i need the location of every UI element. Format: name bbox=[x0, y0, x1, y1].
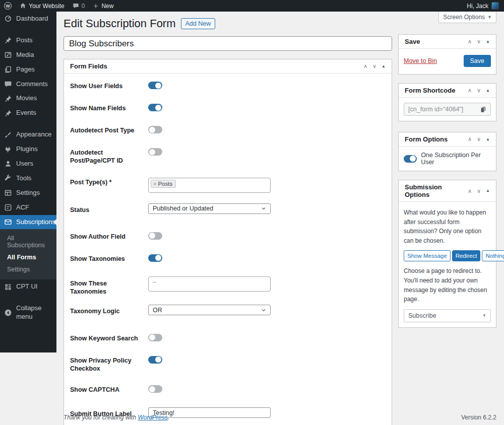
post-type-tag: × Posts bbox=[151, 180, 176, 188]
autodetect-post-type-toggle[interactable] bbox=[148, 126, 162, 133]
move-up-icon[interactable]: ∧ bbox=[468, 39, 472, 44]
submenu-all-forms[interactable]: All Forms bbox=[0, 251, 56, 263]
nothing-button[interactable]: Nothing bbox=[482, 250, 504, 261]
users-icon bbox=[4, 160, 12, 168]
sidebar-item-tools[interactable]: Tools bbox=[0, 171, 56, 186]
tag-label: Posts bbox=[158, 181, 172, 187]
sidebar-item-label: Events bbox=[16, 109, 36, 117]
sidebar-item-appearance[interactable]: Appearance bbox=[0, 127, 56, 142]
settings-icon bbox=[4, 189, 12, 197]
show-taxonomies-toggle[interactable] bbox=[148, 254, 162, 262]
autodetect-post-id-toggle[interactable] bbox=[148, 148, 162, 156]
taxonomy-logic-value: OR bbox=[153, 307, 261, 314]
redirect-page-select[interactable]: Subscribe ▼ bbox=[404, 309, 491, 322]
move-down-icon[interactable]: ∨ bbox=[477, 188, 481, 194]
sidebar-item-label: CPT UI bbox=[16, 282, 37, 291]
admin-footer: Thank you for creating with WordPress. V… bbox=[64, 414, 496, 421]
move-up-icon[interactable]: ∧ bbox=[468, 188, 472, 194]
site-name-label: Your Website bbox=[29, 3, 65, 10]
sidebar-item-movies[interactable]: Movies bbox=[0, 91, 56, 106]
sidebar-item-posts[interactable]: Posts bbox=[0, 33, 56, 48]
add-new-button[interactable]: Add New bbox=[181, 18, 216, 29]
redirect-button[interactable]: Redirect bbox=[452, 250, 481, 261]
wordpress-logo-menu[interactable]: W bbox=[0, 0, 16, 12]
sidebar-item-media[interactable]: Media bbox=[0, 48, 56, 62]
chevron-down-icon bbox=[261, 206, 266, 211]
sidebar-item-label: Plugins bbox=[16, 145, 38, 154]
collapse-panel-icon[interactable]: ▲ bbox=[382, 64, 386, 68]
save-button[interactable]: Save bbox=[464, 55, 491, 67]
field-label: Show Privacy Policy Checkbox bbox=[70, 356, 148, 373]
show-author-field-toggle[interactable] bbox=[148, 232, 162, 240]
field-label: Show Keyword Search bbox=[70, 334, 148, 343]
sidebar-item-cpt-ui[interactable]: CPT UI bbox=[0, 279, 56, 294]
sidebar-item-pages[interactable]: Pages bbox=[0, 62, 56, 77]
form-fields-metabox: Form Fields ∧ ∨ ▲ Show User Fields Show … bbox=[64, 59, 392, 425]
move-to-bin-link[interactable]: Move to Bin bbox=[404, 57, 437, 64]
sidebar-item-dashboard[interactable]: Dashboard bbox=[0, 12, 56, 26]
taxonomy-logic-select[interactable]: OR bbox=[148, 305, 271, 315]
user-avatar[interactable] bbox=[491, 2, 499, 10]
cpt-ui-grid-icon bbox=[4, 283, 12, 291]
field-label: Show These Taxonomies bbox=[70, 276, 148, 296]
show-these-taxonomies-box[interactable]: – bbox=[148, 276, 271, 292]
remove-tag-icon[interactable]: × bbox=[153, 181, 156, 187]
site-name-link[interactable]: Your Website bbox=[16, 0, 69, 12]
wordpress-link[interactable]: WordPress bbox=[138, 414, 167, 421]
subscriptions-envelope-icon bbox=[4, 218, 12, 226]
show-keyword-search-toggle[interactable] bbox=[148, 334, 162, 341]
move-up-icon[interactable]: ∧ bbox=[468, 88, 472, 93]
sidebar-item-label: Users bbox=[16, 160, 33, 168]
screen-options-tab[interactable]: Screen Options ▼ bbox=[438, 12, 496, 23]
sidebar-item-users[interactable]: Users bbox=[0, 157, 56, 171]
copy-icon[interactable] bbox=[480, 106, 486, 113]
sidebar-item-subscriptions[interactable]: Subscriptions bbox=[0, 215, 56, 230]
collapse-panel-icon[interactable]: ▲ bbox=[486, 137, 490, 141]
shortcode-field[interactable]: [cn_form id="4064"] bbox=[404, 103, 491, 116]
field-label: Show User Fields bbox=[70, 82, 148, 91]
show-name-fields-toggle[interactable] bbox=[148, 104, 162, 111]
show-message-button[interactable]: Show Message bbox=[404, 250, 451, 261]
chevron-down-icon: ▼ bbox=[487, 15, 492, 20]
post-types-multiselect[interactable]: × Posts bbox=[148, 178, 271, 193]
sidebar-item-plugins[interactable]: Plugins bbox=[0, 142, 56, 157]
field-row-show-user-fields: Show User Fields bbox=[70, 82, 386, 91]
new-content-menu[interactable]: New bbox=[89, 0, 117, 12]
move-up-icon[interactable]: ∧ bbox=[363, 63, 367, 69]
move-up-icon[interactable]: ∧ bbox=[468, 136, 472, 142]
one-subscription-per-user-toggle[interactable] bbox=[404, 155, 417, 163]
save-box-title: Save bbox=[405, 38, 420, 45]
collapse-menu-button[interactable]: Collapse menu bbox=[0, 301, 56, 324]
move-down-icon[interactable]: ∨ bbox=[372, 63, 376, 69]
sidebar-item-settings[interactable]: Settings bbox=[0, 186, 56, 200]
show-privacy-policy-toggle[interactable] bbox=[148, 356, 162, 364]
sidebar-item-comments[interactable]: Comments bbox=[0, 77, 56, 92]
collapse-panel-icon[interactable]: ▲ bbox=[486, 89, 490, 93]
status-select[interactable]: Published or Updated bbox=[148, 203, 271, 214]
form-options-title: Form Options bbox=[405, 135, 448, 143]
sidebar-item-label: Pages bbox=[16, 65, 35, 74]
submenu-all-subscriptions[interactable]: All Subscriptions bbox=[0, 232, 56, 251]
comments-admin-bar[interactable]: 0 bbox=[69, 0, 89, 12]
show-captcha-toggle[interactable] bbox=[148, 385, 162, 393]
footer-thanks-period: . bbox=[168, 414, 169, 421]
chevron-down-icon: ▼ bbox=[482, 313, 486, 318]
move-down-icon[interactable]: ∨ bbox=[477, 136, 481, 142]
collapse-panel-icon[interactable]: ▲ bbox=[486, 40, 490, 44]
appearance-brush-icon bbox=[4, 131, 12, 139]
field-row-post-types: Post Type(s) * × Posts bbox=[70, 178, 386, 193]
field-row-show-name-fields: Show Name Fields bbox=[70, 104, 386, 113]
move-down-icon[interactable]: ∨ bbox=[477, 88, 481, 93]
pushpin-icon bbox=[4, 109, 12, 117]
collapse-arrow-icon bbox=[4, 309, 12, 317]
form-title-input[interactable] bbox=[64, 36, 392, 51]
submenu-settings[interactable]: Settings bbox=[0, 263, 56, 275]
move-down-icon[interactable]: ∨ bbox=[477, 39, 481, 44]
sidebar-item-acf[interactable]: ACF bbox=[0, 200, 56, 215]
field-row-taxonomy-logic: Taxonomy Logic OR bbox=[70, 305, 386, 315]
sidebar-item-events[interactable]: Events bbox=[0, 106, 56, 120]
account-greeting[interactable]: Hi, Jack bbox=[467, 3, 488, 10]
collapse-panel-icon[interactable]: ▲ bbox=[486, 189, 490, 193]
show-user-fields-toggle[interactable] bbox=[148, 82, 162, 89]
field-row-show-author-field: Show Author Field bbox=[70, 232, 386, 242]
